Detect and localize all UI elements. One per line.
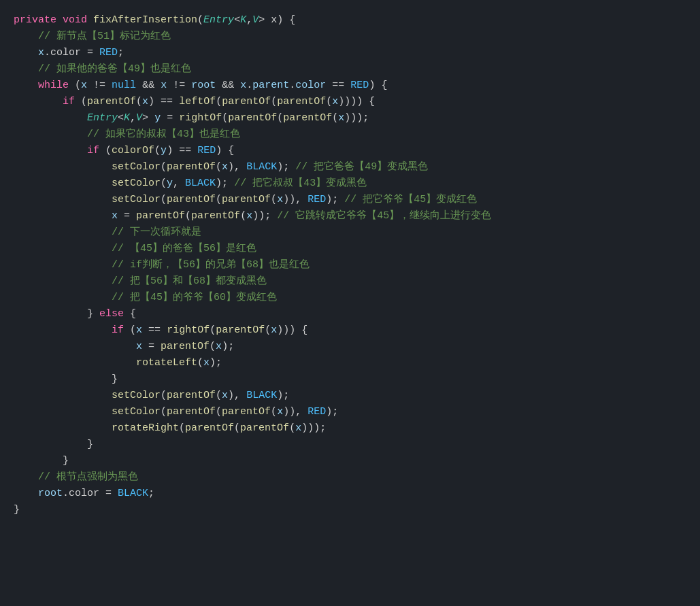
line-6: if (parentOf(x) == leftOf(parentOf(paren…: [14, 94, 686, 110]
line-12: setColor(y, BLACK); // 把它叔叔【43】变成黑色: [14, 175, 686, 192]
line-11: setColor(parentOf(x), BLACK); // 把它爸爸【49…: [14, 159, 686, 175]
line-1: private void fixAfterInsertion(Entry<K,V…: [14, 12, 686, 29]
line-17: // if判断，【56】的兄弟【68】也是红色: [14, 257, 686, 273]
line-24: }: [14, 371, 686, 388]
line-28: }: [14, 437, 686, 453]
line-27: rotateRight(parentOf(parentOf(x)));: [14, 420, 686, 437]
line-14: x = parentOf(parentOf(x)); // 它跳转成它爷爷【45…: [14, 208, 686, 224]
line-19: // 把【45】的爷爷【60】变成红色: [14, 290, 686, 306]
line-3: x.color = RED;: [14, 45, 686, 61]
line-9: // 如果它的叔叔【43】也是红色: [14, 127, 686, 143]
line-10: if (colorOf(y) == RED) {: [14, 143, 686, 159]
line-13: setColor(parentOf(parentOf(x)), RED); //…: [14, 192, 686, 208]
line-29: }: [14, 453, 686, 469]
line-21: if (x == rightOf(parentOf(x))) {: [14, 322, 686, 339]
line-7: Entry<K,V> y = rightOf(parentOf(parentOf…: [14, 110, 686, 127]
line-18: // 把【56】和【68】都变成黑色: [14, 273, 686, 290]
line-25: setColor(parentOf(x), BLACK);: [14, 388, 686, 404]
line-16: // 【45】的爸爸【56】是红色: [14, 241, 686, 257]
line-5: while (x != null && x != root && x.paren…: [14, 78, 686, 94]
line-15: // 下一次循环就是: [14, 224, 686, 241]
line-2: // 新节点【51】标记为红色: [14, 29, 686, 45]
line-26: setColor(parentOf(parentOf(x)), RED);: [14, 404, 686, 420]
code-block: private void fixAfterInsertion(Entry<K,V…: [0, 7, 700, 524]
line-22: x = parentOf(x);: [14, 339, 686, 355]
line-30: // 根节点强制为黑色: [14, 469, 686, 486]
line-20: } else {: [14, 306, 686, 322]
line-23: rotateLeft(x);: [14, 355, 686, 371]
line-4: // 如果他的爸爸【49】也是红色: [14, 61, 686, 78]
line-32: }: [14, 502, 686, 518]
line-31: root.color = BLACK;: [14, 486, 686, 502]
